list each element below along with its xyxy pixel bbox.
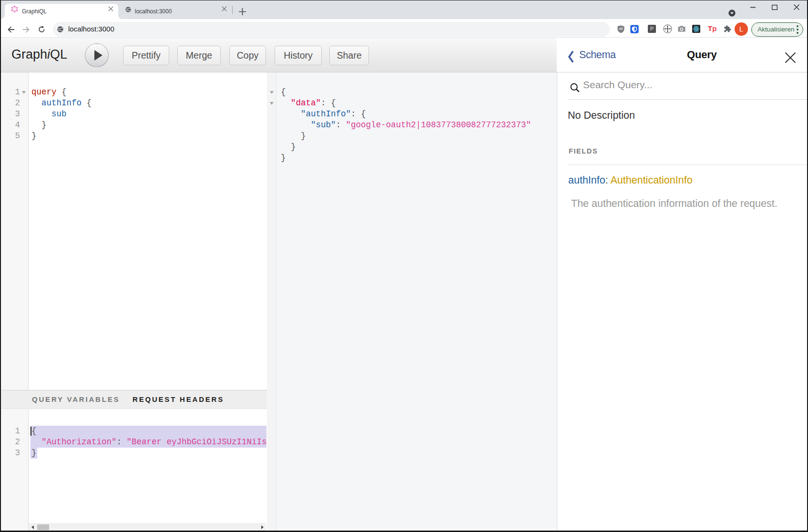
svg-text:uO: uO [619,27,623,30]
